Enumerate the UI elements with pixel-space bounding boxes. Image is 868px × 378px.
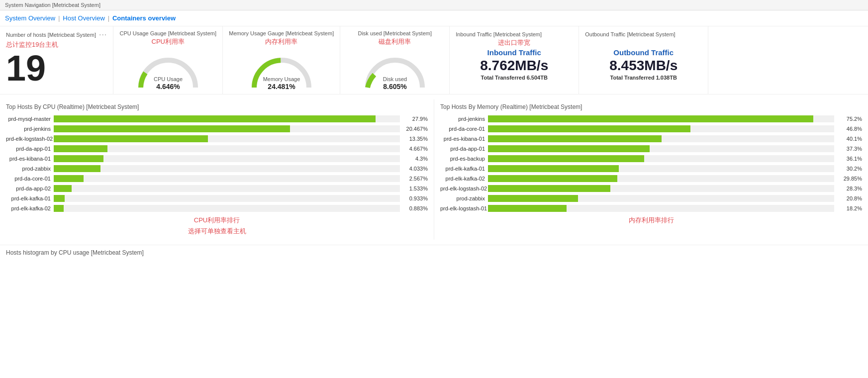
table-row[interactable]: prod-zabbix20.8%: [440, 195, 862, 202]
inbound-widget-title: Inbound Traffic [Metricbeat System]: [456, 31, 573, 37]
memory-gauge-container: Memory Usage 24.481%: [247, 50, 316, 90]
table-row[interactable]: prd-mysql-master27.9%: [6, 115, 428, 122]
table-row[interactable]: prd-da-core-012.567%: [6, 175, 428, 182]
table-row[interactable]: prod-zabbix4.033%: [6, 165, 428, 172]
cpu-chart-panel: Top Hosts By CPU (Realtime) [Metricbeat …: [0, 99, 434, 240]
outbound-value: 8.453MB/s: [585, 58, 702, 74]
disk-gauge-container: Disk used 8.605%: [360, 50, 430, 90]
nav-bar: System Overview | Host Overview | Contai…: [0, 10, 868, 26]
cpu-gauge-label-top: CPU利用率: [152, 37, 185, 46]
outbound-widget-title: Outbound Traffic [Metricbeat System]: [585, 31, 702, 37]
mem-chart-title: Top Hosts By Memory (Realtime) [Metricbe…: [440, 103, 862, 110]
table-row[interactable]: prd-elk-logstash-0228.3%: [440, 185, 862, 192]
disk-gauge-widget: Disk used [Metricbeat System] 磁盘利用率 Disk…: [340, 26, 450, 94]
cpu-gauge-svg: CPU Usage 4.646%: [133, 50, 203, 90]
table-row[interactable]: prd-elk-logstash-0118.2%: [440, 205, 862, 212]
disk-gauge-label-top: 磁盘利用率: [379, 37, 411, 46]
table-row[interactable]: prd-elk-kafka-0130.2%: [440, 165, 862, 172]
svg-text:CPU Usage: CPU Usage: [154, 76, 183, 82]
bottom-section: Hosts histogram by CPU usage [Metricbeat…: [0, 245, 868, 260]
outbound-widget: Outbound Traffic [Metricbeat System] Out…: [579, 26, 708, 94]
table-row[interactable]: prd-da-app-021.533%: [6, 185, 428, 192]
table-row[interactable]: prd-da-core-0146.8%: [440, 125, 862, 132]
svg-text:Disk used: Disk used: [383, 76, 407, 82]
outbound-sub: Total Transferred 1.038TB: [585, 75, 702, 81]
top-bar: System Navigation [Metricbeat System]: [0, 0, 868, 10]
table-row[interactable]: prd-da-app-014.667%: [6, 145, 428, 152]
svg-text:Memory Usage: Memory Usage: [263, 76, 300, 82]
hosts-count-value: 19: [6, 50, 107, 86]
nav-containers-overview[interactable]: Containers overview: [112, 14, 176, 22]
table-row[interactable]: prd-da-app-0137.3%: [440, 145, 862, 152]
mem-chart-panel: Top Hosts By Memory (Realtime) [Metricbe…: [434, 99, 868, 240]
cpu-gauge-container: CPU Usage 4.646%: [133, 50, 203, 90]
table-row[interactable]: prd-elk-kafka-0229.85%: [440, 175, 862, 182]
table-row[interactable]: prd-jenkins20.467%: [6, 125, 428, 132]
table-row[interactable]: prd-elk-kafka-020.883%: [6, 205, 428, 212]
inbound-value: 8.762MB/s: [456, 58, 573, 74]
svg-text:8.605%: 8.605%: [383, 83, 407, 91]
svg-text:24.481%: 24.481%: [268, 83, 295, 91]
nav-host-overview[interactable]: Host Overview: [63, 14, 105, 22]
cpu-gauge-title: CPU Usage Gauge [Metricbeat System]: [120, 30, 216, 36]
nav-sep-2: |: [108, 15, 109, 22]
top-bar-label: System Navigation [Metricbeat System]: [5, 2, 100, 8]
disk-gauge-title: Disk used [Metricbeat System]: [358, 30, 432, 36]
nav-sep-1: |: [58, 15, 60, 22]
table-row[interactable]: prd-elk-logstash-0213.35%: [6, 135, 428, 142]
memory-gauge-title: Memory Usage Gauge [Metricbeat System]: [229, 30, 334, 36]
memory-gauge-label-top: 内存利用率: [265, 37, 297, 46]
outbound-name: Outbound Traffic: [585, 48, 702, 57]
mem-annotation: 内存利用率排行: [440, 216, 862, 225]
inbound-widget: Inbound Traffic [Metricbeat System] 进出口带…: [450, 26, 579, 94]
hosts-widget-menu[interactable]: ···: [99, 30, 107, 39]
cpu-bar-chart: prd-mysql-master27.9%prd-jenkins20.467%p…: [6, 115, 428, 212]
charts-section: Top Hosts By CPU (Realtime) [Metricbeat …: [0, 94, 868, 245]
table-row[interactable]: prd-jenkins75.2%: [440, 115, 862, 122]
disk-gauge-svg: Disk used 8.605%: [360, 50, 430, 90]
cpu-annotation: CPU利用率排行: [6, 216, 428, 225]
table-row[interactable]: prd-es-backup36.1%: [440, 155, 862, 162]
bottom-title: Hosts histogram by CPU usage [Metricbeat…: [6, 249, 862, 256]
inbound-label-top: 进出口带宽: [456, 38, 573, 47]
table-row[interactable]: prd-es-kibana-0140.1%: [440, 135, 862, 142]
table-row[interactable]: prd-es-kibana-014.3%: [6, 155, 428, 162]
cpu-annotation2: 选择可单独查看主机: [6, 227, 428, 236]
memory-gauge-widget: Memory Usage Gauge [Metricbeat System] 内…: [223, 26, 340, 94]
cpu-gauge-widget: CPU Usage Gauge [Metricbeat System] CPU利…: [113, 26, 223, 94]
hosts-widget-title: Number of hosts [Metricbeat System] ···: [6, 30, 107, 39]
widgets-row: Number of hosts [Metricbeat System] ··· …: [0, 26, 868, 94]
cpu-chart-title: Top Hosts By CPU (Realtime) [Metricbeat …: [6, 103, 428, 110]
mem-bar-chart: prd-jenkins75.2%prd-da-core-0146.8%prd-e…: [440, 115, 862, 212]
hosts-widget: Number of hosts [Metricbeat System] ··· …: [0, 26, 113, 94]
svg-text:4.646%: 4.646%: [156, 83, 180, 91]
table-row[interactable]: prd-elk-kafka-010.933%: [6, 195, 428, 202]
inbound-sub: Total Transferred 6.504TB: [456, 75, 573, 81]
nav-system-overview[interactable]: System Overview: [5, 14, 55, 22]
inbound-name: Inbound Traffic: [456, 48, 573, 57]
memory-gauge-svg: Memory Usage 24.481%: [247, 50, 316, 90]
